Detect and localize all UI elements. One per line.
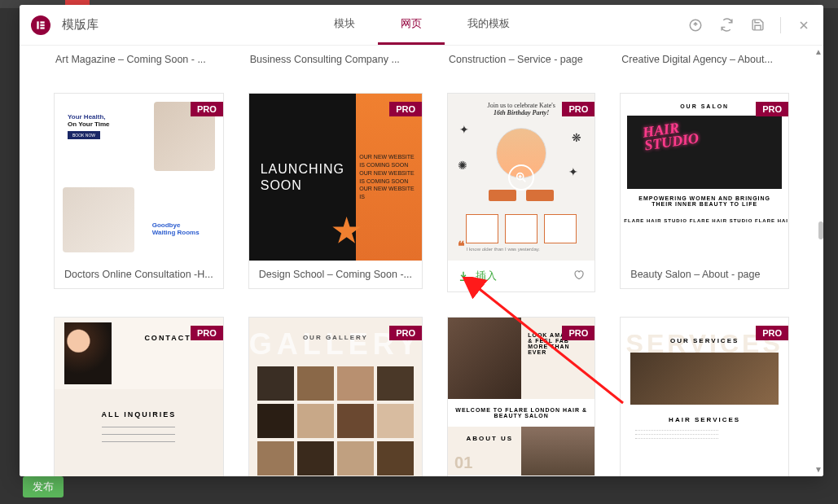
pro-badge: PRO [562,326,594,340]
template-title: Doctors Online Consultation -H... [55,261,223,288]
template-card-birthday-hovered[interactable]: PRO Join us to celebrate Kate's 16th Bir… [447,93,595,292]
tab-pages[interactable]: 网页 [378,5,445,45]
insert-label: 插入 [476,269,497,283]
pro-badge: PRO [191,102,223,116]
header-actions [687,17,812,33]
template-card[interactable]: Art Magazine – Coming Soon - ... [54,50,224,68]
elementor-logo [31,15,50,35]
tabs-nav: 模块 网页 我的模板 [311,5,533,45]
svg-rect-1 [40,21,44,23]
favorite-icon[interactable] [573,269,585,283]
tab-blocks[interactable]: 模块 [311,5,378,45]
svg-rect-3 [40,27,44,28]
template-title: Construction – Service - page [447,50,595,68]
pro-badge: PRO [756,102,788,116]
svg-rect-2 [40,24,44,25]
modal-title: 模版库 [62,17,99,33]
template-title: Beauty Salon – About - page [621,261,788,288]
scroll-down-icon[interactable]: ▼ [814,465,823,475]
templates-grid-container: Art Magazine – Coming Soon - ... Busines… [20,46,823,476]
pro-badge: PRO [562,102,594,116]
template-title: Art Magazine – Coming Soon - ... [54,50,224,68]
tab-my-templates[interactable]: 我的模板 [445,5,533,45]
scroll-up-icon[interactable]: ▲ [814,47,823,57]
template-card-contact[interactable]: PRO CONTACT US ALL INQUIRIES [54,317,224,476]
template-library-modal: 模版库 模块 网页 我的模板 Art Magazine – [20,5,823,476]
sync-icon[interactable] [718,17,735,33]
magnify-icon[interactable] [508,164,534,191]
template-title: Creative Digital Agency – About... [620,50,789,68]
pro-badge: PRO [389,102,422,116]
close-icon[interactable] [796,17,812,33]
template-card-beauty-about[interactable]: PRO OUR SALON HAIR STUDIO EMPOWERING WOM… [620,93,789,292]
template-title: Design School – Coming Soon -... [249,261,422,288]
template-card-doctors[interactable]: PRO Your Health, On Your Time BOOK NOW G… [54,93,224,292]
save-icon[interactable] [749,17,766,33]
import-icon[interactable] [687,17,704,33]
pro-badge: PRO [389,326,422,340]
pro-badge: PRO [756,326,788,340]
svg-rect-0 [37,21,38,28]
template-card[interactable]: Construction – Service - page [447,50,595,68]
scroll-thumb[interactable] [818,221,823,239]
template-card[interactable]: Business Consulting Company ... [248,50,423,68]
template-title: Business Consulting Company ... [248,50,423,68]
pro-badge: PRO [191,326,223,340]
template-card-salon-home[interactable]: PRO LOOK AMAZING & FEEL FAB MORE THAN EV… [447,317,595,476]
template-card-design-school[interactable]: PRO LAUNCHING SOON OUR NEW WEBSITE IS CO… [248,93,423,292]
modal-header: 模版库 模块 网页 我的模板 [20,5,823,46]
template-card-services[interactable]: PRO SERVICES OUR SERVICES HAIR SERVICES [620,317,789,476]
publish-button[interactable]: 发布 [23,476,64,497]
template-card-gallery[interactable]: PRO GALLERY OUR GALLERY [248,317,423,476]
insert-button[interactable]: 插入 [458,269,497,283]
scrollbar[interactable]: ▲ ▼ [812,47,825,475]
template-card[interactable]: Creative Digital Agency – About... [620,50,789,68]
